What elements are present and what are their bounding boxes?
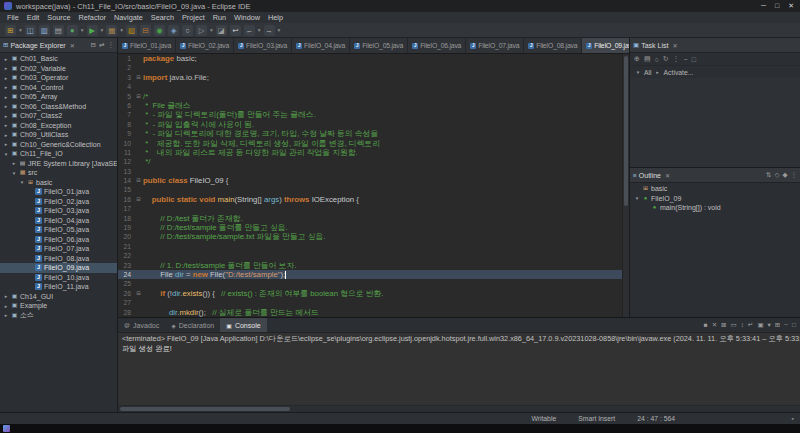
editor-tab[interactable]: JFileIO_01.java bbox=[118, 38, 176, 53]
expand-arrow-icon[interactable]: ▸ bbox=[3, 312, 9, 318]
editor-tab[interactable]: JFileIO_04.java bbox=[292, 38, 350, 53]
code-line[interactable]: 25 bbox=[118, 279, 622, 288]
console-output[interactable]: <terminated> FileIO_09 [Java Application… bbox=[118, 333, 800, 405]
tree-item[interactable]: JFileIO_11.java bbox=[0, 282, 117, 292]
debug-icon[interactable]: ● bbox=[67, 25, 78, 36]
close-view-icon[interactable]: ✕ bbox=[665, 172, 670, 179]
tree-item[interactable]: JFileIO_10.java bbox=[0, 273, 117, 283]
code-line[interactable]: 28 dir.mkdir(); // 실제로 폴더를 만드는 메서드 bbox=[118, 308, 622, 317]
editor-tab[interactable]: JFileIO_08.java bbox=[524, 38, 582, 53]
code-line[interactable]: 14⊟public class FileIO_09 { bbox=[118, 176, 622, 185]
menu-file[interactable]: File bbox=[3, 13, 23, 22]
expand-arrow-icon[interactable]: ▾ bbox=[3, 151, 9, 157]
hide-completed-icon[interactable]: ○ bbox=[655, 56, 659, 63]
taskbar-app-icon[interactable] bbox=[3, 425, 10, 432]
code-line[interactable]: 13 bbox=[118, 167, 622, 176]
tree-item[interactable]: ▸▣Ch14_GUI bbox=[0, 292, 117, 302]
tree-item[interactable]: JFileIO_05.java bbox=[0, 225, 117, 235]
code-line[interactable]: 19 // D:/test/sample 폴더를 만들고 싶음. bbox=[118, 223, 622, 232]
tree-item[interactable]: ▸▣Ch05_Array bbox=[0, 92, 117, 102]
menu-window[interactable]: Window bbox=[230, 13, 264, 22]
menu-project[interactable]: Project bbox=[178, 13, 209, 22]
expand-arrow-icon[interactable]: ▸ bbox=[3, 141, 9, 147]
tree-item[interactable]: ▸▣Ch07_Class2 bbox=[0, 111, 117, 121]
clear-console-icon[interactable]: ▭ bbox=[731, 321, 737, 329]
code-line[interactable]: 20 // D:/test/sample/sample.txt 파일을 만들고 … bbox=[118, 232, 622, 241]
expand-arrow-icon[interactable]: ▸ bbox=[3, 303, 9, 309]
scrollbar-thumb[interactable] bbox=[624, 56, 628, 206]
coverage-dropdown-icon[interactable]: ▾ bbox=[120, 27, 123, 33]
external-tools-dropdown-icon[interactable]: ▾ bbox=[210, 27, 213, 33]
code-line[interactable]: 23 // 1. D:/test/sample 폴더를 만들어 보자. bbox=[118, 261, 622, 270]
menu-refactor[interactable]: Refactor bbox=[74, 13, 110, 22]
tree-item[interactable]: ▸▤JRE System Library [JavaSE-17] bbox=[0, 159, 117, 169]
tree-item[interactable]: ▾⊞basic bbox=[0, 178, 117, 188]
menu-run[interactable]: Run bbox=[209, 13, 230, 22]
fold-marker-icon[interactable]: ⊟ bbox=[134, 176, 143, 185]
new-wizard-dropdown-icon[interactable]: ▾ bbox=[19, 27, 22, 33]
outline-item[interactable]: ⊞basic bbox=[630, 184, 800, 194]
fold-marker-icon[interactable]: ⊟ bbox=[134, 92, 143, 101]
progress-monitor-icon[interactable]: ▪ bbox=[792, 415, 794, 422]
code-line[interactable]: 10 * 제공함. 또한 파일 삭제, 디렉토리 생성, 파일 이름 변경, 디… bbox=[118, 139, 622, 148]
view-tab-declaration[interactable]: ◈Declaration bbox=[165, 318, 220, 332]
code-line[interactable]: 1package basic; bbox=[118, 54, 622, 63]
expand-arrow-icon[interactable]: ▸ bbox=[3, 84, 9, 90]
editor-tab[interactable]: JFileIO_07.java bbox=[466, 38, 524, 53]
code-line[interactable]: 15 bbox=[118, 185, 622, 194]
code-line[interactable]: 16⊟ public static void main(String[] arg… bbox=[118, 195, 622, 204]
close-view-icon[interactable]: ✕ bbox=[70, 42, 75, 49]
expand-arrow-icon[interactable]: ▸ bbox=[3, 56, 9, 62]
expand-arrow-icon[interactable]: ▾ bbox=[19, 179, 25, 185]
tree-item[interactable]: JFileIO_09.java bbox=[0, 263, 117, 273]
expand-arrow-icon[interactable]: ▸ bbox=[3, 75, 9, 81]
expand-arrow-icon[interactable]: ▾ bbox=[11, 170, 17, 176]
cursor-position-status[interactable]: 24 : 47 : 564 bbox=[626, 415, 686, 422]
save-icon[interactable]: ◫ bbox=[25, 25, 36, 36]
minimize-view-icon[interactable]: − bbox=[684, 56, 688, 63]
expand-arrow-icon[interactable]: ▸ bbox=[3, 132, 9, 138]
tree-item[interactable]: ▸▣Ch09_UtilClass bbox=[0, 130, 117, 140]
back-dropdown-icon[interactable]: ▾ bbox=[258, 27, 261, 33]
fold-marker-icon[interactable]: ⊟ bbox=[134, 73, 143, 82]
outline-item[interactable]: ▾●FileIO_09 bbox=[630, 194, 800, 204]
chevron-right-icon[interactable]: ▸ bbox=[655, 69, 661, 75]
word-wrap-icon[interactable]: ↵ bbox=[748, 321, 753, 329]
menu-navigate[interactable]: Navigate bbox=[110, 13, 147, 22]
code-line[interactable]: 5⊟/* bbox=[118, 92, 622, 101]
view-tab-javadoc[interactable]: @Javadoc bbox=[118, 318, 165, 332]
expand-arrow-icon[interactable]: ▾ bbox=[634, 195, 640, 201]
editor-scrollbar[interactable] bbox=[622, 54, 629, 317]
sort-icon[interactable]: ⇅ bbox=[766, 171, 771, 179]
tree-item[interactable]: ▸▣Ch02_Variable bbox=[0, 64, 117, 74]
tree-item[interactable]: JFileIO_01.java bbox=[0, 187, 117, 197]
code-line[interactable]: 27 bbox=[118, 298, 622, 307]
tree-item[interactable]: ▸▣소스 bbox=[0, 311, 117, 321]
tree-item[interactable]: ▸▣Ch06_Class&Method bbox=[0, 102, 117, 112]
terminate-icon[interactable]: ■ bbox=[704, 321, 708, 329]
open-console-icon[interactable]: ⊞ bbox=[775, 321, 780, 329]
code-line[interactable]: 11 * 내의 파일 리스트 제공 등 다양한 파일 관리 작업을 지원함. bbox=[118, 148, 622, 157]
minimize-view-icon[interactable]: − bbox=[784, 321, 788, 329]
new-java-project-icon[interactable]: ▧ bbox=[126, 25, 137, 36]
code-line[interactable]: 21 bbox=[118, 242, 622, 251]
maximize-window-button[interactable]: □ bbox=[775, 2, 779, 10]
editor-tab[interactable]: JFileIO_02.java bbox=[176, 38, 234, 53]
close-window-button[interactable]: ✕ bbox=[788, 2, 794, 10]
fold-marker-icon[interactable]: ⊟ bbox=[134, 289, 143, 298]
print-icon[interactable]: ▤ bbox=[53, 25, 64, 36]
annotation-icon[interactable]: ◪ bbox=[216, 25, 227, 36]
coverage-icon[interactable]: ▦ bbox=[106, 25, 117, 36]
remove-all-launches-icon[interactable]: ⊠ bbox=[721, 321, 726, 329]
task-scope-label[interactable]: All bbox=[644, 69, 652, 76]
code-area[interactable]: 1package basic;23⊟import java.io.File;45… bbox=[118, 54, 622, 317]
open-task-icon[interactable]: ◈ bbox=[168, 25, 179, 36]
hide-fields-icon[interactable]: ◇ bbox=[775, 171, 780, 179]
code-line[interactable]: 9 * - 파일 디렉토리에 대한 경로명, 크기, 타입, 수정 날짜 등의 … bbox=[118, 129, 622, 138]
menu-help[interactable]: Help bbox=[264, 13, 287, 22]
run-icon[interactable]: ▶ bbox=[87, 25, 98, 36]
pin-console-icon[interactable]: ▣ bbox=[757, 321, 763, 329]
menu-source[interactable]: Source bbox=[43, 13, 74, 22]
tree-item[interactable]: ▾▣Ch11_File_IO bbox=[0, 149, 117, 159]
remove-launch-icon[interactable]: ✕ bbox=[712, 321, 717, 329]
